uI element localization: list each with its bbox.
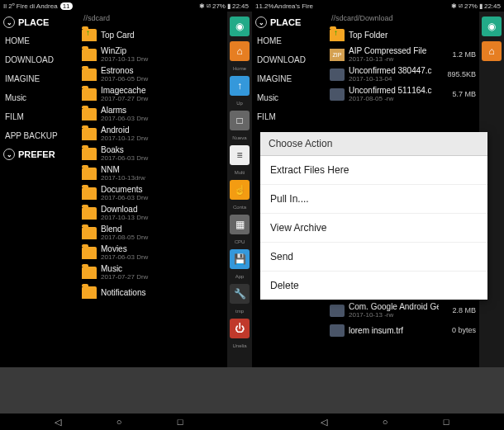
file-item[interactable]: NNM2017-10-13drw bbox=[78, 163, 227, 183]
place-label: PLACE bbox=[18, 17, 49, 27]
tool-label: Up bbox=[236, 101, 243, 106]
tool-power[interactable]: ⏻ bbox=[230, 319, 250, 338]
sidebar-item-film[interactable]: FILM bbox=[0, 107, 78, 126]
file-item[interactable]: Notifications bbox=[78, 282, 227, 302]
tool-label: Conta bbox=[233, 205, 246, 210]
battery-icon: ▮ bbox=[227, 2, 231, 10]
file-item[interactable]: Unconfirmed 380447.c2017-10-13-04895.5KB bbox=[326, 64, 479, 84]
tool-new[interactable]: □ bbox=[230, 111, 250, 130]
nav-back-button[interactable]: ◁ bbox=[52, 416, 64, 428]
file-meta: 2017-06-03 Drw bbox=[101, 154, 224, 162]
battery-icon: ▮ bbox=[479, 2, 483, 10]
sidebar-item-imagine[interactable]: IMAGINE bbox=[252, 69, 326, 88]
tool-label: Nueva bbox=[232, 135, 246, 140]
file-item[interactable]: Alarms2017-06-03 Drw bbox=[78, 104, 227, 124]
dialog-item-delete[interactable]: Delete bbox=[260, 272, 487, 300]
sidebar-place-header[interactable]: ⌄ PLACE bbox=[252, 13, 326, 31]
file-meta: 2017-07-27 Drw bbox=[101, 95, 224, 102]
file-meta: 2017-10-13drw bbox=[101, 174, 224, 182]
dialog-item-pullin[interactable]: Pull In.... bbox=[260, 185, 487, 214]
chevron-down-icon: ⌄ bbox=[255, 17, 267, 28]
file-name: Blend bbox=[101, 224, 224, 234]
file-item[interactable]: Boaks2017-06-03 Drw bbox=[78, 144, 227, 163]
nav-recent-button[interactable]: □ bbox=[174, 416, 186, 428]
file-item[interactable]: Imagecache2017-07-27 Drw bbox=[78, 84, 227, 104]
file-list-left[interactable]: //sdcard Top Card WinZip2017-10-13 Drw E… bbox=[78, 12, 227, 367]
nav-home-button[interactable]: ○ bbox=[379, 416, 391, 428]
sidebar-place-header[interactable]: ⌄ PLACE bbox=[0, 13, 78, 31]
dialog-item-extract[interactable]: Extract Files Here bbox=[260, 156, 487, 185]
tool-touch[interactable]: ☝ bbox=[230, 180, 250, 200]
status-time: 22:45 bbox=[484, 2, 501, 10]
file-item[interactable]: Com. Google Android Get 52017-10-13 -rw2… bbox=[326, 300, 479, 320]
file-name: Unconfirmed 511164.c bbox=[349, 86, 439, 95]
nav-home-button[interactable]: ○ bbox=[113, 416, 125, 428]
tool-save[interactable]: 💾 bbox=[230, 249, 250, 269]
tool-up[interactable]: ↑ bbox=[230, 76, 250, 96]
file-name: Alarms bbox=[101, 106, 224, 115]
place-label: PLACE bbox=[270, 17, 301, 27]
file-item[interactable]: ZIPAIP Compressed File2017-10-13 -rw1.2 … bbox=[326, 45, 479, 64]
tool-cpu[interactable]: ▦ bbox=[230, 215, 250, 234]
folder-icon bbox=[82, 227, 97, 239]
tool-label: App bbox=[235, 274, 245, 279]
file-meta: 2017-06-03 Drw bbox=[101, 253, 224, 261]
up-folder-item[interactable]: Top Folder bbox=[326, 25, 479, 45]
tool-multi[interactable]: ≡ bbox=[230, 145, 250, 165]
sidebar-item-music[interactable]: Music bbox=[252, 88, 326, 107]
sidebar-item-film[interactable]: FILM bbox=[252, 107, 326, 126]
file-size: 895.5KB bbox=[443, 70, 476, 78]
toolbar-left: ◉ ⌂ Home ↑ Up □ Nueva ≡ Multi ☝ Conta ▦ … bbox=[227, 12, 252, 367]
tool-wrench[interactable]: 🔧 bbox=[230, 284, 250, 304]
tool-location[interactable]: ◉ bbox=[482, 17, 502, 36]
sidebar-item-download[interactable]: DOWNLOAD bbox=[252, 50, 326, 69]
status-time: 22:45 bbox=[232, 2, 249, 10]
sidebar-item-imagine[interactable]: IMAGINE bbox=[0, 69, 78, 88]
file-item[interactable]: Music2017-07-27 Drw bbox=[78, 262, 227, 282]
file-item[interactable]: Documents2017-06-03 Drw bbox=[78, 183, 227, 203]
nav-back-button[interactable]: ◁ bbox=[318, 416, 330, 428]
sidebar-item-download[interactable]: DOWNLOAD bbox=[0, 50, 78, 69]
folder-icon bbox=[82, 207, 97, 220]
folder-icon bbox=[82, 148, 97, 160]
file-item[interactable]: lorem insum.trf0 bytes bbox=[326, 320, 479, 340]
file-item[interactable]: Movies2017-06-03 Drw bbox=[78, 243, 227, 262]
file-item[interactable]: Android2017-10-12 Drw bbox=[78, 124, 227, 144]
file-name: Com. Google Android Get 5 bbox=[349, 302, 439, 311]
tool-label: CPU bbox=[235, 239, 245, 244]
file-item[interactable]: Estronos2017-06-05 Drw bbox=[78, 64, 227, 84]
bottom-strip bbox=[0, 367, 504, 413]
file-item[interactable]: Download2017-10-13 Drw bbox=[78, 203, 227, 223]
sidebar-item-home[interactable]: HOME bbox=[0, 31, 78, 50]
sidebar-item-appbackup[interactable]: APP BACKUP bbox=[0, 126, 78, 145]
file-name: AIP Compressed File bbox=[349, 46, 439, 55]
dialog-item-view[interactable]: View Archive bbox=[260, 214, 487, 243]
status-title: Il 2º Fire di Andrea bbox=[3, 2, 58, 10]
file-name: NNM bbox=[101, 165, 224, 174]
file-meta: 2017-07-27 Drw bbox=[101, 273, 224, 281]
folder-icon bbox=[82, 69, 97, 81]
sidebar-prefer-header[interactable]: ⌄ PREFER bbox=[0, 145, 78, 163]
status-badge: 11 bbox=[60, 2, 73, 10]
nav-recent-button[interactable]: □ bbox=[440, 416, 452, 428]
sidebar-left: ⌄ PLACE HOME DOWNLOAD IMAGINE Music FILM… bbox=[0, 12, 78, 367]
file-meta: 2017-10-13 -rw bbox=[349, 311, 439, 319]
battery-pct: 27% bbox=[212, 2, 226, 10]
tool-location[interactable]: ◉ bbox=[230, 17, 250, 36]
sidebar-item-home[interactable]: HOME bbox=[252, 31, 326, 50]
file-item[interactable]: Unconfirmed 511164.c2017-08-05 -rw5.7 MB bbox=[326, 84, 479, 104]
tool-label: Multi bbox=[235, 170, 245, 175]
file-item[interactable]: WinZip2017-10-13 Drw bbox=[78, 45, 227, 64]
sidebar-item-music[interactable]: Music bbox=[0, 88, 78, 107]
left-pane: Il 2º Fire di Andrea 11 ✱ ⧄ 27% ▮ 22:45 … bbox=[0, 0, 252, 367]
tool-home[interactable]: ⌂ bbox=[230, 41, 250, 61]
up-folder-item[interactable]: Top Card bbox=[78, 25, 227, 45]
choose-action-dialog: Choose Action Extract Files Here Pull In… bbox=[260, 132, 487, 300]
folder-icon bbox=[82, 286, 97, 299]
file-meta: 2017-08-05 -rw bbox=[349, 95, 439, 102]
dialog-item-send[interactable]: Send bbox=[260, 243, 487, 272]
tool-home[interactable]: ⌂ bbox=[482, 41, 502, 61]
tool-label: Home bbox=[233, 66, 246, 71]
file-item[interactable]: Blend2017-08-05 Drw bbox=[78, 223, 227, 243]
file-name: Top Folder bbox=[349, 31, 476, 40]
